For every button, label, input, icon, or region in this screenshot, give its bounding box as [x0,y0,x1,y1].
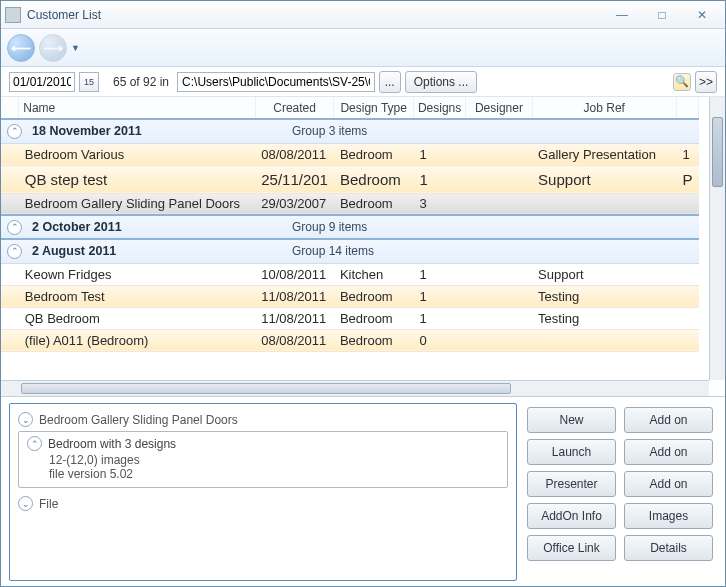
cell-type: Bedroom [334,165,413,193]
col-designer[interactable]: Designer [466,97,532,119]
addon-button[interactable]: Add on [624,471,713,497]
browse-button[interactable]: ... [379,71,401,93]
chevron-down-icon[interactable]: ⌄ [18,496,33,511]
table-row[interactable]: (file) A011 (Bedroom)08/08/2011Bedroom0 [1,329,699,351]
cell-name: Bedroom Gallery Sliding Panel Doors [19,193,255,215]
col-designs[interactable]: Designs [413,97,465,119]
window-title: Customer List [27,8,609,22]
calendar-button[interactable]: 15 [79,72,99,92]
cell-designer [466,193,532,215]
col-created[interactable]: Created [255,97,334,119]
toolbar: 15 65 of 92 in ... Options ... 🔍 >> [1,67,725,97]
cell-extra: P [676,165,698,193]
chevron-up-icon[interactable]: ⌃ [7,220,22,235]
nav-forward-button[interactable]: ⟶ [39,34,67,62]
chevron-down-icon[interactable]: ⌄ [18,412,33,427]
cell-type: Kitchen [334,263,413,285]
table-row[interactable]: QB step test25/11/201Bedroom1SupportP [1,165,699,193]
minimize-button[interactable]: — [609,8,635,22]
title-bar: Customer List — □ ✕ [1,1,725,29]
cell-name: Bedroom Test [19,285,255,307]
nav-history-dropdown[interactable]: ▼ [71,43,79,53]
cell-name: QB step test [19,165,255,193]
cell-name: QB Bedroom [19,307,255,329]
nav-back-button[interactable]: ⟵ [7,34,35,62]
cell-type: Bedroom [334,193,413,215]
cell-designs: 1 [413,285,465,307]
addon-button[interactable]: Add on [624,407,713,433]
cell-type: Bedroom [334,143,413,165]
cell-designer [466,263,532,285]
col-type[interactable]: Design Type [334,97,413,119]
cell-jobref: Testing [532,285,676,307]
cell-jobref [532,329,676,351]
chevron-up-icon[interactable]: ⌃ [7,244,22,259]
new-button[interactable]: New [527,407,616,433]
cell-designs: 0 [413,329,465,351]
group-title: 2 August 2011 [32,244,282,258]
group-header[interactable]: ⌃2 October 2011Group 9 items [1,215,699,239]
table-row[interactable]: QB Bedroom11/08/2011Bedroom1Testing [1,307,699,329]
cell-name: (file) A011 (Bedroom) [19,329,255,351]
date-input[interactable] [9,72,75,92]
table-row[interactable]: Bedroom Various08/08/2011Bedroom1Gallery… [1,143,699,165]
table-row[interactable]: Bedroom Test11/08/2011Bedroom1Testing [1,285,699,307]
cell-designer [466,143,532,165]
group-count: Group 3 items [292,124,367,138]
record-counter: 65 of 92 in [113,75,169,89]
cell-designer [466,307,532,329]
cell-created: 08/08/2011 [255,143,334,165]
cell-created: 25/11/201 [255,165,334,193]
scrollbar-thumb[interactable] [712,117,723,187]
detail-panel: ⌄ Bedroom Gallery Sliding Panel Doors ⌃ … [9,403,517,581]
expand-button[interactable]: >> [695,71,717,93]
cell-extra [676,285,698,307]
cell-name: Bedroom Various [19,143,255,165]
cell-name: Keown Fridges [19,263,255,285]
search-button[interactable]: 🔍 [673,73,691,91]
table-row[interactable]: Keown Fridges10/08/2011Kitchen1Support [1,263,699,285]
customer-table: Name Created Design Type Designs Designe… [1,97,699,352]
group-title: 2 October 2011 [32,220,282,234]
bottom-area: ⌄ Bedroom Gallery Sliding Panel Doors ⌃ … [1,397,725,587]
cell-created: 10/08/2011 [255,263,334,285]
cell-created: 11/08/2011 [255,285,334,307]
images-button[interactable]: Images [624,503,713,529]
path-input[interactable] [177,72,375,92]
addoninfo-button[interactable]: AddOn Info [527,503,616,529]
presenter-button[interactable]: Presenter [527,471,616,497]
group-title: 18 November 2011 [32,124,282,138]
options-button[interactable]: Options ... [405,71,478,93]
col-jobref[interactable]: Job Ref [532,97,676,119]
table-row[interactable]: Bedroom Gallery Sliding Panel Doors29/03… [1,193,699,215]
group-header[interactable]: ⌃18 November 2011Group 3 items [1,119,699,143]
close-button[interactable]: ✕ [689,8,715,22]
maximize-button[interactable]: □ [649,8,675,22]
cell-type: Bedroom [334,307,413,329]
detail-box-line: 12-(12,0) images [49,453,499,467]
cell-designer [466,165,532,193]
addon-button[interactable]: Add on [624,439,713,465]
cell-extra [676,193,698,215]
launch-button[interactable]: Launch [527,439,616,465]
cell-jobref: Support [532,165,676,193]
header-row: Name Created Design Type Designs Designe… [1,97,699,119]
scrollbar-thumb[interactable] [21,383,511,394]
cell-extra: 1 [676,143,698,165]
detail-subbox: ⌃ Bedroom with 3 designs 12-(12,0) image… [18,431,508,488]
cell-jobref: Gallery Presentation [532,143,676,165]
cell-designs: 1 [413,143,465,165]
officelink-button[interactable]: Office Link [527,535,616,561]
col-name[interactable]: Name [19,97,255,119]
group-header[interactable]: ⌃2 August 2011Group 14 items [1,239,699,263]
horizontal-scrollbar[interactable] [1,380,709,396]
chevron-up-icon[interactable]: ⌃ [7,124,22,139]
details-button[interactable]: Details [624,535,713,561]
vertical-scrollbar[interactable] [709,97,725,380]
search-icon: 🔍 [675,75,689,88]
detail-line: Bedroom Gallery Sliding Panel Doors [39,413,238,427]
chevron-up-icon[interactable]: ⌃ [27,436,42,451]
cell-created: 11/08/2011 [255,307,334,329]
arrow-left-icon: ⟵ [11,40,31,56]
cell-jobref [532,193,676,215]
